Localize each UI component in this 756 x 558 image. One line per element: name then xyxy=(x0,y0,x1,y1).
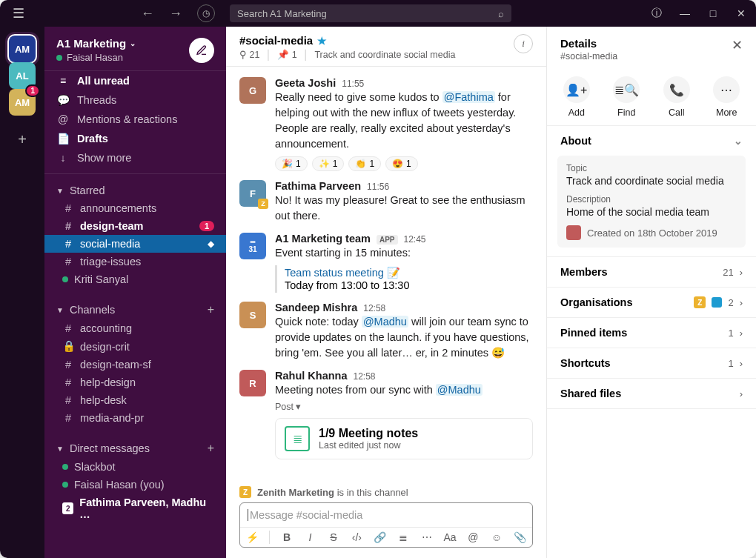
reaction[interactable]: 😍 1 xyxy=(385,156,418,171)
active-channel-icon: ◆ xyxy=(208,239,214,249)
avatar-icon[interactable]: S xyxy=(239,302,266,328)
message-text: No! It was my pleasure! Great to see the… xyxy=(275,193,533,224)
mention[interactable]: @Fathima xyxy=(442,91,495,103)
channel-item[interactable]: #help-design xyxy=(44,373,226,391)
section-header[interactable]: ▼Channels+ xyxy=(44,296,226,319)
pins-count[interactable]: 📌 1 xyxy=(277,49,296,60)
workspace-header[interactable]: A1 Marketing ⌄ Faisal Hasan xyxy=(44,27,226,71)
chevron-down-icon: ⌄ xyxy=(130,39,136,47)
details-section-header[interactable]: Shortcuts1› xyxy=(547,348,756,378)
list-icon[interactable]: ≣ xyxy=(397,531,410,543)
channel-item[interactable]: #help-desk xyxy=(44,391,226,409)
attach-icon[interactable]: 📎 xyxy=(514,531,526,543)
channel-item[interactable]: Kriti Sanyal xyxy=(44,270,226,288)
workspace-switch[interactable]: AM1 xyxy=(9,89,36,116)
details-section-header[interactable]: Pinned items1› xyxy=(547,318,756,348)
title-bar: ☰ ← → ◷ Search A1 Marketing ⌕ ⓘ — □ ✕ xyxy=(0,0,756,27)
channel-item[interactable]: Faisal Hasan (you) xyxy=(44,476,226,494)
message-author[interactable]: Geeta Joshi xyxy=(275,77,336,89)
avatar-icon[interactable]: R xyxy=(239,370,266,396)
more-format-icon[interactable]: ⋯ xyxy=(420,531,433,543)
sidebar-nav-item[interactable]: ≡All unread xyxy=(44,71,226,90)
channel-item[interactable]: #announcements xyxy=(44,199,226,217)
mention[interactable]: @Madhu xyxy=(362,316,408,328)
details-section-header[interactable]: Shared files› xyxy=(547,379,756,408)
emoji-icon[interactable]: ☺ xyxy=(490,531,503,543)
chevron-right-icon: › xyxy=(740,388,743,399)
avatar-icon[interactable]: ━31 xyxy=(239,233,266,259)
minimize-icon[interactable]: — xyxy=(677,7,692,19)
channel-item[interactable]: #design-team1 xyxy=(44,217,226,235)
sidebar-nav-item[interactable]: 💬Threads xyxy=(44,90,226,110)
about-section-header[interactable]: About ⌄ xyxy=(547,126,756,156)
details-section-header[interactable]: OrganisationsZ2› xyxy=(547,288,756,317)
post-label[interactable]: Post ▾ xyxy=(275,401,533,412)
avatar-icon[interactable]: G xyxy=(239,77,266,104)
section-header[interactable]: ▼Starred xyxy=(44,177,226,199)
sidebar-nav-item[interactable]: ↓Show more xyxy=(44,148,226,167)
close-details-icon[interactable]: ✕ xyxy=(732,37,743,53)
members-count[interactable]: ⚲ 21 xyxy=(239,49,259,60)
current-user: Faisal Hasan xyxy=(67,52,123,63)
quick-action[interactable]: 📞Call xyxy=(663,76,690,118)
channel-name[interactable]: #social-media xyxy=(239,34,313,47)
channel-prefix-icon: # xyxy=(62,359,74,371)
channel-item[interactable]: Slackbot xyxy=(44,458,226,476)
italic-icon[interactable]: I xyxy=(304,531,316,543)
channel-prefix-icon: # xyxy=(62,394,74,406)
workspace-switch[interactable]: AM xyxy=(9,36,36,62)
back-icon[interactable]: ← xyxy=(141,6,154,21)
channel-item[interactable]: #social-media◆ xyxy=(44,235,226,253)
add-item-icon[interactable]: + xyxy=(208,442,214,455)
message-time: 11:55 xyxy=(342,79,364,89)
channel-item[interactable]: 🔒design-crit xyxy=(44,337,226,356)
document-icon: ≣ xyxy=(285,426,310,451)
reaction[interactable]: 🎉 1 xyxy=(275,156,308,171)
mention-icon[interactable]: @ xyxy=(467,531,480,543)
message-author[interactable]: Fathima Parveen xyxy=(275,180,361,192)
section-header[interactable]: ▼Direct messages+ xyxy=(44,434,226,458)
post-card[interactable]: ≣1/9 Meeting notesLast edited just now xyxy=(275,418,533,459)
link-icon[interactable]: 🔗 xyxy=(374,531,386,543)
channel-info-icon[interactable]: i xyxy=(514,34,533,53)
channel-prefix-icon: # xyxy=(62,412,74,424)
add-item-icon[interactable]: + xyxy=(208,303,214,316)
hamburger-icon[interactable]: ☰ xyxy=(7,5,30,21)
message-author[interactable]: Rahul Khanna xyxy=(275,370,347,382)
quick-action[interactable]: 👤+Add xyxy=(563,76,590,118)
channel-item[interactable]: 2Fathima Parveen, Madhu … xyxy=(44,494,226,523)
message-author[interactable]: A1 Marketing team xyxy=(275,233,371,245)
history-icon[interactable]: ◷ xyxy=(197,4,215,22)
compose-button[interactable] xyxy=(189,38,214,63)
channel-item[interactable]: #accounting xyxy=(44,319,226,337)
star-icon[interactable]: ★ xyxy=(317,35,327,47)
workspace-name: A1 Marketing xyxy=(56,37,126,50)
reaction[interactable]: ✨ 1 xyxy=(312,156,345,171)
sidebar-nav-item[interactable]: 📄Drafts xyxy=(44,129,226,148)
channel-item[interactable]: #triage-issues xyxy=(44,253,226,270)
quick-action[interactable]: ≣🔍Find xyxy=(613,76,640,118)
search-input[interactable]: Search A1 Marketing ⌕ xyxy=(230,4,511,22)
forward-icon[interactable]: → xyxy=(169,6,182,21)
channel-item[interactable]: #design-team-sf xyxy=(44,356,226,373)
sidebar-nav-item[interactable]: @Mentions & reactions xyxy=(44,110,226,129)
quick-action[interactable]: ⋯More xyxy=(713,76,740,118)
channel-item[interactable]: #media-and-pr xyxy=(44,409,226,427)
add-workspace-button[interactable]: + xyxy=(9,126,36,153)
maximize-icon[interactable]: □ xyxy=(706,7,720,19)
font-icon[interactable]: Aa xyxy=(443,531,456,543)
strike-icon[interactable]: S xyxy=(327,531,339,543)
channel-topic[interactable]: Track and coordinate social media xyxy=(314,50,455,60)
code-icon[interactable]: ‹/› xyxy=(351,531,363,543)
avatar-icon[interactable]: FZ xyxy=(239,180,266,207)
event-link[interactable]: Team status meeting xyxy=(285,267,384,279)
lightning-icon[interactable]: ⚡ xyxy=(246,531,259,543)
message-input[interactable]: Message #social-media xyxy=(240,503,532,527)
help-icon[interactable]: ⓘ xyxy=(649,7,664,20)
close-window-icon[interactable]: ✕ xyxy=(734,7,749,19)
mention[interactable]: @Madhu xyxy=(436,384,483,396)
message-author[interactable]: Sandeep Mishra xyxy=(275,302,357,313)
details-section-header[interactable]: Members21› xyxy=(547,257,756,287)
reaction[interactable]: 👏 1 xyxy=(348,156,381,171)
bold-icon[interactable]: B xyxy=(280,531,293,543)
